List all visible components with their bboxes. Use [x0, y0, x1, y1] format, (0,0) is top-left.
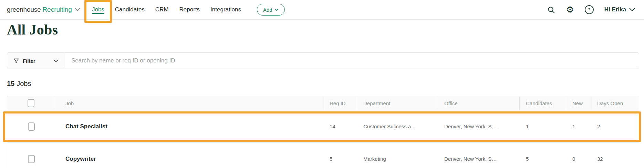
- chevron-down-icon: [53, 59, 59, 62]
- job-name-link[interactable]: Copywriter: [55, 156, 323, 162]
- column-header-req-id[interactable]: Req ID: [323, 96, 357, 110]
- department-cell: Marketing: [357, 156, 438, 162]
- req-id-cell: 5: [323, 156, 357, 162]
- search-icon[interactable]: [547, 6, 555, 14]
- department-cell: Customer Success a…: [357, 123, 438, 129]
- column-header-candidates[interactable]: Candidates: [520, 96, 566, 110]
- column-header-office[interactable]: Office: [438, 96, 520, 110]
- table-row-chat-specialist: Chat Specialist 14 Customer Success a… D…: [7, 110, 639, 143]
- filter-button[interactable]: Filter: [7, 53, 64, 69]
- tab-jobs[interactable]: Jobs: [92, 6, 104, 13]
- row-checkbox[interactable]: [28, 122, 35, 131]
- table-header-row: Job Req ID Department Office Candidates …: [7, 96, 639, 110]
- funnel-icon: [13, 58, 19, 64]
- nav-utilities: ⚙ ? Hi Erika: [547, 5, 635, 14]
- column-header-new[interactable]: New: [566, 96, 591, 110]
- column-header-days-open[interactable]: Days Open: [591, 96, 639, 110]
- job-name-link[interactable]: Chat Specialist: [55, 123, 323, 130]
- search-input[interactable]: [64, 53, 639, 69]
- top-nav: greenhouse Recruiting Jobs Candidates CR…: [0, 0, 644, 20]
- table-row-copywriter: Copywriter 5 Marketing Denver, New York,…: [7, 143, 639, 168]
- office-cell: Denver, New York, S…: [438, 123, 520, 129]
- select-all-cell: [7, 96, 55, 110]
- tab-jobs-wrapper: Jobs: [92, 6, 104, 13]
- tab-crm[interactable]: CRM: [155, 6, 169, 13]
- add-button[interactable]: Add: [257, 4, 285, 16]
- main-nav: Jobs Candidates CRM Reports Integrations: [92, 6, 241, 13]
- logo-brand-text: greenhouse: [7, 6, 41, 13]
- column-header-job[interactable]: Job: [55, 96, 323, 110]
- new-cell: 1: [566, 123, 591, 129]
- help-icon[interactable]: ?: [585, 5, 594, 14]
- gear-icon[interactable]: ⚙: [566, 6, 574, 13]
- candidates-cell: 5: [520, 156, 566, 162]
- tab-integrations[interactable]: Integrations: [210, 6, 241, 13]
- jobs-count-number: 15: [7, 80, 14, 87]
- new-cell: 0: [566, 156, 591, 162]
- select-all-checkbox[interactable]: [28, 99, 34, 107]
- user-menu[interactable]: Hi Erika: [604, 6, 635, 13]
- all-jobs-page: greenhouse Recruiting Jobs Candidates CR…: [0, 0, 644, 168]
- logo-product-text: Recruiting: [42, 6, 72, 13]
- candidates-cell: 1: [520, 123, 566, 129]
- chevron-down-icon: [629, 8, 635, 11]
- jobs-count-label: Jobs: [17, 80, 31, 87]
- jobs-table: Job Req ID Department Office Candidates …: [7, 96, 639, 168]
- chevron-down-icon: [275, 9, 279, 11]
- filter-button-label: Filter: [23, 58, 35, 64]
- tab-reports[interactable]: Reports: [179, 6, 200, 13]
- filter-search-bar: Filter: [7, 52, 639, 69]
- row-checkbox[interactable]: [28, 155, 35, 163]
- days-open-cell: 2: [591, 123, 639, 129]
- page-title: All Jobs: [7, 21, 58, 38]
- chevron-down-icon: [75, 8, 80, 11]
- tab-candidates[interactable]: Candidates: [115, 6, 145, 13]
- column-header-department[interactable]: Department: [357, 96, 438, 110]
- days-open-cell: 32: [591, 156, 639, 162]
- add-button-label: Add: [263, 7, 272, 13]
- req-id-cell: 14: [323, 123, 357, 129]
- office-cell: Denver, New York, S…: [438, 156, 520, 162]
- greenhouse-logo[interactable]: greenhouse Recruiting: [7, 6, 80, 13]
- jobs-count: 15Jobs: [7, 80, 31, 88]
- user-name: Hi Erika: [604, 6, 626, 13]
